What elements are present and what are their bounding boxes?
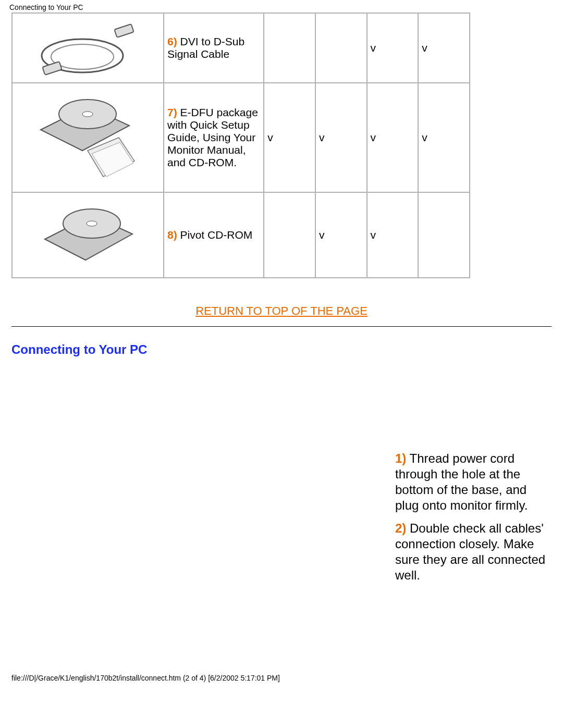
cdrom-package-icon [30, 88, 145, 187]
check-cell [264, 13, 315, 83]
section-divider [11, 326, 552, 327]
steps-list: 1) Thread power cord through the hole at… [395, 451, 552, 590]
check-cell [418, 192, 470, 278]
check-cell: v [315, 83, 367, 192]
step-item: 1) Thread power cord through the hole at… [395, 451, 552, 513]
page-footer: file:///D|/Grace/K1/english/170b2t/insta… [11, 674, 563, 688]
return-to-top-wrap: RETURN TO TOP OF THE PAGE [0, 304, 563, 318]
check-cell: v [315, 192, 367, 278]
cdrom-icon [35, 199, 140, 272]
svg-rect-3 [115, 24, 134, 38]
check-cell: v [367, 13, 419, 83]
item-image-cell [12, 192, 164, 278]
check-cell: v [367, 83, 419, 192]
item-number: 7) [167, 106, 177, 118]
item-label: DVI to D-Sub Signal Cable [167, 35, 244, 60]
return-to-top-link[interactable]: RETURN TO TOP OF THE PAGE [195, 304, 368, 317]
item-number: 6) [167, 35, 177, 47]
check-cell [315, 13, 367, 83]
item-desc-cell: 7) E-DFU package with Quick Setup Guide,… [164, 83, 264, 192]
item-desc-cell: 6) DVI to D-Sub Signal Cable [164, 13, 264, 83]
page-header-small: Connecting to Your PC [0, 0, 563, 13]
item-desc-cell: 8) Pivot CD-ROM [164, 192, 264, 278]
table-row: 6) DVI to D-Sub Signal Cable v v [12, 13, 470, 83]
step-item: 2) Double check all cables' connection c… [395, 521, 552, 583]
item-image-cell [12, 13, 164, 83]
step-text: Double check all cables' connection clos… [395, 521, 545, 582]
item-label: Pivot CD-ROM [177, 229, 253, 241]
check-cell: v [418, 83, 470, 192]
step-number: 1) [395, 451, 406, 465]
item-label: E-DFU package with Quick Setup Guide, Us… [167, 106, 258, 168]
steps-container: 1) Thread power cord through the hole at… [0, 451, 552, 590]
table-row: 8) Pivot CD-ROM v v [12, 192, 470, 278]
svg-point-6 [82, 112, 93, 117]
check-cell [264, 192, 315, 278]
check-cell: v [264, 83, 315, 192]
check-cell: v [418, 13, 470, 83]
check-cell: v [367, 192, 419, 278]
table-row: 7) E-DFU package with Quick Setup Guide,… [12, 83, 470, 192]
svg-point-11 [87, 221, 97, 226]
section-title: Connecting to Your PC [11, 342, 563, 357]
cable-icon [33, 19, 142, 77]
step-text: Thread power cord through the hole at th… [395, 451, 528, 512]
item-image-cell [12, 83, 164, 192]
item-number: 8) [167, 229, 177, 241]
step-number: 2) [395, 521, 406, 535]
accessory-pack-table: 6) DVI to D-Sub Signal Cable v v 7) E-DF… [11, 13, 470, 278]
